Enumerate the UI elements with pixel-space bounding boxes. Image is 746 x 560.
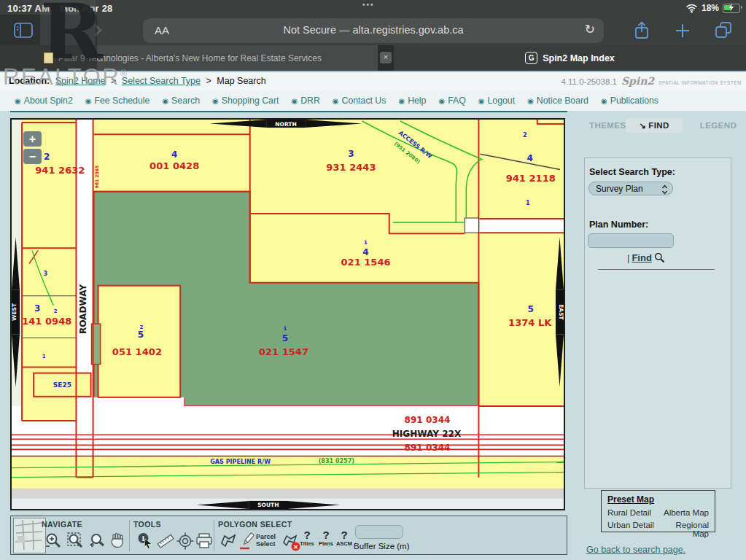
find-row: | Find	[627, 252, 665, 263]
find-panel: Select Search Type: Survey Plan Plan Num…	[573, 133, 740, 541]
menu-item[interactable]: ◉Contact Us	[333, 96, 386, 106]
map-label: 891 0344	[405, 415, 451, 425]
tab-themes[interactable]: THEMES	[589, 118, 626, 133]
sidebar-toggle-icon[interactable]	[14, 23, 33, 38]
tab-close-icon[interactable]: ×	[380, 52, 392, 63]
menu-bullet-icon: ◉	[527, 97, 534, 105]
map-label: 2	[54, 308, 58, 314]
breadcrumb-spin2-home[interactable]: Spin2 Home	[55, 76, 106, 86]
buffer-size-input[interactable]	[355, 525, 403, 539]
zoom-window-tool-icon[interactable]	[66, 532, 85, 551]
compass-west-label: WEST	[12, 303, 18, 321]
parcel-map[interactable]: NORTH SOUTH WEST EAST 2941 2632901 2565R…	[12, 120, 564, 509]
find-button[interactable]: Find	[632, 252, 651, 263]
breadcrumb-select-search-type[interactable]: Select Search Type	[122, 76, 201, 86]
menu-item[interactable]: ◉DRR	[291, 96, 319, 106]
top-nav-menu: ◉About Spin2 ◉Fee Schedule ◉Search ◉Shop…	[0, 90, 746, 111]
measure-tool-icon[interactable]	[156, 532, 175, 551]
menu-bullet-icon: ◉	[291, 97, 298, 105]
reload-icon[interactable]: ↻	[585, 22, 595, 37]
print-tool-icon[interactable]	[195, 532, 214, 551]
ipad-safari-screen: 10:37 AMMon Apr 28 ••• 18% AA Not Secure…	[0, 0, 746, 560]
preset-rural-detail[interactable]: Rural Detail	[607, 508, 661, 517]
tab-pillar9[interactable]: Pillar 9 Technologies - Alberta's New Ho…	[0, 45, 378, 71]
preset-map-title: Preset Map	[607, 494, 709, 505]
buffer-size-label: Buffer Size (m)	[354, 542, 409, 551]
plan-number-input[interactable]	[588, 233, 674, 248]
map-viewport[interactable]: NORTH SOUTH WEST EAST 2941 2632901 2565R…	[10, 118, 565, 510]
map-label: 5	[528, 304, 534, 314]
menu-bullet-icon: ◉	[15, 97, 21, 105]
tab-find[interactable]: ↘FIND	[626, 118, 683, 133]
address-bar[interactable]: AA Not Secure — alta.registries.gov.ab.c…	[143, 18, 604, 43]
tab-spin2[interactable]: G Spin2 Map Index	[394, 45, 746, 71]
toolbar-divider	[129, 520, 130, 551]
back-icon[interactable]	[54, 23, 63, 37]
menu-item-label: About Spin2	[24, 96, 73, 106]
find-tab-arrow-icon: ↘	[639, 121, 646, 130]
map-label: 051 1402	[112, 346, 162, 357]
map-label: 3	[348, 149, 354, 159]
preset-regional-map[interactable]: Regional Map	[661, 521, 709, 538]
tab-find-label: FIND	[648, 121, 669, 130]
map-label: 1374 LK	[508, 317, 552, 328]
menu-item[interactable]: ◉Fee Schedule	[85, 96, 150, 106]
share-icon[interactable]	[633, 20, 650, 41]
go-back-link[interactable]: Go back to search page.	[586, 545, 685, 555]
tabs-overview-icon[interactable]	[715, 21, 732, 39]
query-plans-button[interactable]: ?Plans	[316, 530, 335, 547]
navigate-section-label: NAVIGATE	[42, 520, 82, 529]
menu-item[interactable]: ◉Publications	[601, 96, 658, 106]
browser-chrome: 10:37 AMMon Apr 28 ••• 18% AA Not Secure…	[0, 0, 746, 71]
map-label: 891 0344	[405, 443, 451, 453]
menu-item[interactable]: ◉Search	[162, 96, 200, 106]
map-label: SE25	[53, 381, 71, 389]
map-label: HIGHWAY 22X	[392, 429, 462, 439]
zoom-in-button[interactable]: +	[23, 131, 42, 147]
search-type-select[interactable]: Survey Plan	[588, 182, 673, 195]
map-label: 2	[523, 132, 527, 139]
parcel-select-marker-icon[interactable]	[238, 532, 257, 551]
map-label: 941 2632	[35, 165, 85, 176]
new-tab-plus-icon[interactable]	[675, 23, 690, 38]
menu-item-label: Shopping Cart	[222, 96, 279, 106]
menu-item[interactable]: ◉Notice Board	[527, 96, 588, 106]
clock: 10:37 AM	[7, 3, 50, 14]
menu-item[interactable]: ◉About Spin2	[15, 96, 73, 106]
find-magnifier-icon[interactable]	[654, 252, 665, 263]
preset-urban-detail[interactable]: Urban Detail	[607, 521, 661, 538]
battery-charging-icon	[723, 4, 740, 13]
center-target-tool-icon[interactable]	[176, 532, 195, 551]
version-number: 4.11.0-25038.1	[561, 73, 617, 91]
map-label: 2	[44, 152, 50, 162]
parcel-select-label: ParcelSelect	[256, 533, 276, 548]
zoom-in-tool-icon[interactable]	[44, 532, 63, 551]
menu-item-label: DRR	[300, 96, 320, 106]
forward-icon[interactable]	[93, 23, 102, 37]
pan-hand-tool-icon[interactable]	[109, 532, 128, 551]
menu-bullet-icon: ◉	[85, 97, 92, 105]
version-brand: 4.11.0-25038.1 Spin2 SPATIAL INFORMATION…	[561, 72, 742, 92]
map-label: 021 1546	[341, 257, 390, 268]
spin2-favicon: G	[525, 52, 537, 64]
preset-alberta-map[interactable]: Alberta Map	[661, 508, 709, 517]
menu-item-label: Contact Us	[342, 96, 386, 106]
draw-polygon-tool-icon[interactable]	[219, 533, 238, 552]
zoom-pan-tool-icon[interactable]	[88, 532, 107, 551]
find-form-box: Select Search Type: Survey Plan Plan Num…	[584, 158, 731, 489]
question-icon: ?	[298, 530, 316, 540]
menu-item[interactable]: ◉Help	[398, 96, 426, 106]
identify-tool-icon[interactable]: i	[136, 532, 155, 551]
map-label: GAS PIPELINE R/W	[210, 459, 271, 465]
query-ascm-button[interactable]: ?ASCM	[335, 530, 354, 547]
tab-legend[interactable]: LEGEND	[699, 118, 738, 133]
map-label: 1	[526, 200, 530, 206]
menu-item[interactable]: ◉FAQ	[438, 96, 465, 106]
menu-item[interactable]: ◉Shopping Cart	[212, 96, 279, 106]
battery-percent: 18%	[702, 3, 719, 13]
menu-item-label: Publications	[610, 96, 658, 106]
query-titles-button[interactable]: ?Titles	[298, 530, 316, 547]
menu-item[interactable]: ◉Logout	[478, 96, 515, 106]
breadcrumb-sep: >	[206, 76, 211, 86]
zoom-out-button[interactable]: −	[23, 149, 42, 164]
